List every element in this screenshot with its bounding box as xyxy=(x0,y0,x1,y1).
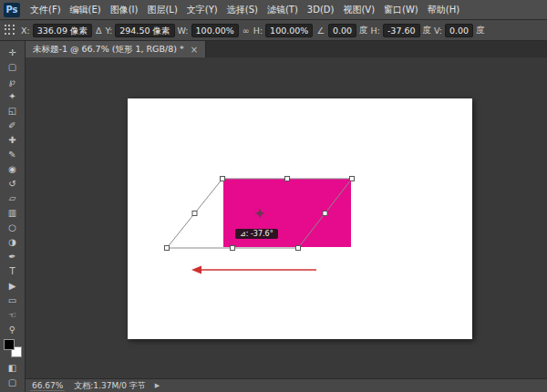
menu-file[interactable]: 文件(F) xyxy=(26,0,66,20)
handle-middle-left[interactable] xyxy=(192,211,197,216)
close-icon[interactable]: × xyxy=(191,45,198,55)
move-tool[interactable]: ✛ xyxy=(2,45,24,59)
handle-top-left[interactable] xyxy=(221,177,225,181)
type-tool[interactable]: T xyxy=(2,263,24,278)
skew-angle-tooltip: ⊿: -37.6° xyxy=(235,229,278,239)
quick-mask-button[interactable]: ◧ xyxy=(2,360,24,375)
skew-v-label: V: xyxy=(434,26,442,36)
menu-layer[interactable]: 图层(L) xyxy=(142,0,181,20)
skew-h-input[interactable]: -37.60 xyxy=(383,24,420,37)
quick-selection-tool[interactable]: ✦ xyxy=(2,88,24,103)
screen-mode-button[interactable]: ▢ xyxy=(2,375,24,389)
lasso-tool[interactable]: ℘ xyxy=(2,74,24,88)
width-input[interactable]: 100.00% xyxy=(191,24,239,37)
menu-edit[interactable]: 编辑(E) xyxy=(66,0,106,20)
link-dimensions-icon[interactable]: ∞ xyxy=(242,26,251,36)
reference-point-locator[interactable] xyxy=(5,25,15,36)
handle-bottom-left[interactable] xyxy=(165,246,170,251)
handle-bottom-center[interactable] xyxy=(231,246,235,251)
path-selection-tool[interactable]: ▶ xyxy=(2,278,24,293)
tab-strip: 未标题-1 @ 66.7% (矩形 1, RGB/8) * × xyxy=(26,41,547,57)
history-brush-tool[interactable]: ↺ xyxy=(2,176,24,191)
status-bar: 66.67% 文档:1.37M/0 字节 ▶ xyxy=(26,378,547,392)
document-tab-title: 未标题-1 @ 66.7% (矩形 1, RGB/8) * xyxy=(33,44,184,56)
menu-filter[interactable]: 滤镜(T) xyxy=(263,0,303,20)
blur-tool[interactable]: ○ xyxy=(2,220,24,234)
skew-v-input[interactable]: 0.00 xyxy=(445,24,473,37)
menu-type[interactable]: 文字(Y) xyxy=(182,0,222,20)
status-menu-arrow-icon[interactable]: ▶ xyxy=(155,382,160,389)
rotate-angle-icon: ∠ xyxy=(315,26,325,36)
menu-view[interactable]: 视图(V) xyxy=(338,0,379,20)
photoshop-logo: Ps xyxy=(4,3,20,17)
transform-options-bar: X: 336.09 像素 Δ Y: 294.50 像素 W: 100.00% ∞… xyxy=(0,20,547,41)
zoom-level-field[interactable]: 66.67% xyxy=(30,381,65,391)
document-size-info: 文档:1.37M/0 字节 xyxy=(74,380,145,392)
menu-image[interactable]: 图像(I) xyxy=(106,0,143,20)
menu-bar: Ps 文件(F) 编辑(E) 图像(I) 图层(L) 文字(Y) 选择(S) 滤… xyxy=(0,0,547,20)
menu-help[interactable]: 帮助(H) xyxy=(423,0,464,20)
skew-h-unit: 度 xyxy=(423,25,432,36)
document-tab[interactable]: 未标题-1 @ 66.7% (矩形 1, RGB/8) * × xyxy=(26,41,206,57)
x-input[interactable]: 336.09 像素 xyxy=(33,24,92,37)
shape-tool[interactable]: ▭ xyxy=(2,293,24,307)
brush-tool[interactable]: ✎ xyxy=(2,147,24,161)
skew-v-unit: 度 xyxy=(476,25,485,36)
clone-stamp-tool[interactable]: ◉ xyxy=(2,161,24,176)
eyedropper-tool[interactable]: ✐ xyxy=(2,118,24,132)
handle-middle-right[interactable] xyxy=(323,211,327,216)
height-label: H: xyxy=(253,26,263,36)
document-area: 未标题-1 @ 66.7% (矩形 1, RGB/8) * × xyxy=(26,41,547,392)
pen-tool[interactable]: ✒ xyxy=(2,249,24,263)
foreground-color-swatch[interactable] xyxy=(4,339,15,350)
x-label: X: xyxy=(21,26,30,36)
healing-brush-tool[interactable]: ✚ xyxy=(2,132,24,147)
width-label: W: xyxy=(178,26,189,36)
skew-h-label: H: xyxy=(371,26,380,36)
rotate-unit: 度 xyxy=(359,25,368,36)
document-canvas[interactable]: ⊿: -37.6° xyxy=(128,98,472,339)
menu-3d[interactable]: 3D(D) xyxy=(303,0,339,20)
y-input[interactable]: 294.50 像素 xyxy=(115,24,174,37)
red-arrow-annotation xyxy=(191,266,316,274)
rotate-input[interactable]: 0.00 xyxy=(328,24,356,37)
handle-bottom-right[interactable] xyxy=(296,246,301,251)
relative-position-icon[interactable]: Δ xyxy=(95,26,103,36)
dodge-tool[interactable]: ◑ xyxy=(2,234,24,249)
eraser-tool[interactable]: ▱ xyxy=(2,191,24,205)
tool-palette: ✛ ▢ ℘ ✦ ◱ ✐ ✚ ✎ ◉ ↺ ▱ ▥ ○ ◑ ✒ T ▶ ▭ ☜ ⚲ … xyxy=(0,41,26,392)
height-input[interactable]: 100.00% xyxy=(265,24,313,37)
gradient-tool[interactable]: ▥ xyxy=(2,205,24,220)
menu-select[interactable]: 选择(S) xyxy=(222,0,263,20)
handle-top-right[interactable] xyxy=(350,177,355,181)
transform-preview xyxy=(128,98,472,339)
y-label: Y: xyxy=(105,26,112,36)
color-swatches[interactable] xyxy=(4,339,22,357)
pasteboard[interactable]: ⊿: -37.6° xyxy=(26,57,547,378)
hand-tool[interactable]: ☜ xyxy=(2,307,24,322)
marquee-tool[interactable]: ▢ xyxy=(2,59,24,74)
handle-top-center[interactable] xyxy=(285,177,290,181)
zoom-tool[interactable]: ⚲ xyxy=(2,322,24,336)
crop-tool[interactable]: ◱ xyxy=(2,103,24,118)
main-area: ✛ ▢ ℘ ✦ ◱ ✐ ✚ ✎ ◉ ↺ ▱ ▥ ○ ◑ ✒ T ▶ ▭ ☜ ⚲ … xyxy=(0,41,547,392)
menu-window[interactable]: 窗口(W) xyxy=(379,0,423,20)
